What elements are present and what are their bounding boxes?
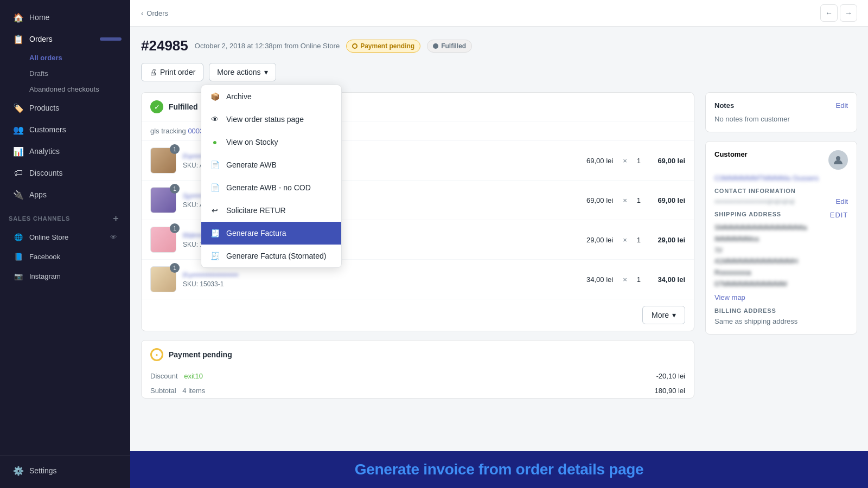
item-2-qty-badge: 1: [170, 184, 180, 194]
item-2-total: 69,00 lei: [647, 196, 685, 204]
sidebar-channel-instagram[interactable]: 📷 Instagram: [4, 267, 126, 285]
sidebar-bottom: ⚙️ Settings: [0, 455, 130, 481]
sidebar-nav-home[interactable]: 🏠 Home: [4, 7, 126, 28]
sidebar-nav-apps[interactable]: 🔌 Apps: [4, 184, 126, 205]
contact-info-label: CONTACT INFORMATION: [714, 188, 848, 194]
customer-name[interactable]: C0MMMMMMTMMMMa Oussers: [714, 174, 848, 182]
payment-pending-badge: Payment pending: [346, 40, 420, 53]
dropdown-generare-factura[interactable]: 🧾 Generare Factura: [201, 222, 341, 245]
sidebar-label-discounts: Discounts: [29, 169, 62, 177]
item-1-multiply: ×: [623, 157, 627, 165]
settings-icon: ⚙️: [13, 465, 24, 476]
customer-header: Customer: [714, 150, 848, 170]
nav-forward-button[interactable]: →: [840, 4, 857, 22]
customer-title: Customer: [714, 150, 748, 158]
payment-card-header: ● Payment pending: [142, 341, 694, 369]
billing-same: Same as shipping address: [714, 317, 848, 325]
nav-arrows: ← →: [820, 4, 857, 22]
shipping-edit-button[interactable]: Edit: [830, 211, 848, 219]
settings-nav-item[interactable]: ⚙️ Settings: [4, 460, 126, 481]
payment-subtotal-row: Subtotal 4 items 180,90 lei: [142, 383, 694, 398]
item-3-price: 29,00 lei: [586, 236, 613, 244]
breadcrumb-arrow: ‹: [141, 9, 143, 17]
sidebar-nav-products[interactable]: 🏷️ Products: [4, 98, 126, 118]
item-1-image-wrap: 1: [150, 147, 176, 174]
addr-line5: Roooooooa: [714, 267, 848, 279]
bottom-banner: Generate invoice from order details page: [130, 451, 868, 488]
action-bar: 🖨 Print order More actions ▾ 📦 Archive 👁…: [141, 63, 857, 81]
sidebar-nav-analytics[interactable]: 📊 Analytics: [4, 141, 126, 162]
dropdown-generate-awb[interactable]: 📄 Generate AWB: [201, 153, 341, 176]
instagram-icon: 📷: [13, 271, 24, 281]
dropdown-view-stocky[interactable]: ● View on Stocky: [201, 131, 341, 153]
top-bar: ‹ Orders ← →: [130, 0, 868, 27]
item-4-total: 34,00 lei: [647, 275, 685, 284]
payment-discount-row: Discount exit10 -20,10 lei: [142, 369, 694, 383]
subtotal-label: Subtotal 4 items: [150, 387, 655, 395]
sidebar-label-home: Home: [29, 13, 49, 22]
sidebar: 🏠 Home 📋 Orders All orders Drafts Abando…: [0, 0, 130, 488]
customer-avatar: [828, 150, 848, 170]
sidebar-sub-drafts[interactable]: Drafts: [4, 66, 126, 81]
nav-back-button[interactable]: ←: [820, 4, 838, 22]
sidebar-channel-online-store[interactable]: 🌐 Online Store 👁: [4, 228, 126, 246]
item-4-price: 34,00 lei: [586, 275, 613, 284]
shipping-label-row: SHIPPING ADDRESS Edit: [714, 211, 848, 219]
dropdown-archive[interactable]: 📦 Archive: [201, 85, 341, 108]
billing-label: BILLING ADDRESS: [714, 307, 848, 314]
item-2-qty: 1: [637, 196, 641, 204]
dropdown-view-status[interactable]: 👁 View order status page: [201, 108, 341, 131]
payment-pending-icon: ●: [150, 348, 163, 361]
sidebar-label-orders: Orders: [29, 35, 53, 43]
more-chevron-icon: ▾: [672, 311, 676, 319]
item-4-name[interactable]: Pu•••••••••••••••••••: [183, 271, 580, 279]
svg-point-0: [836, 156, 840, 160]
customer-email: =============z=z=z=z: [714, 197, 794, 206]
more-button[interactable]: More ▾: [642, 306, 685, 324]
sidebar-nav-orders[interactable]: 📋 Orders: [4, 29, 126, 49]
item-4-multiply: ×: [623, 275, 627, 284]
dropdown-solicitare-retur[interactable]: ↩ Solicitare RETUR: [201, 199, 341, 222]
notes-title-row: Notes Edit: [714, 101, 848, 110]
order-number: #24985: [141, 37, 188, 54]
fulfilled-card-footer: More ▾: [142, 299, 694, 331]
discounts-icon: 🏷: [13, 168, 24, 178]
item-3-qty-badge: 1: [170, 223, 180, 233]
sidebar-sub-abandoned[interactable]: Abandoned checkouts: [4, 82, 126, 97]
sidebar-channel-facebook[interactable]: 📘 Facebook: [4, 247, 126, 266]
item-2-price: 69,00 lei: [586, 196, 613, 204]
contact-edit-button[interactable]: Edit: [836, 197, 848, 206]
retur-icon: ↩: [209, 204, 221, 216]
view-map-link[interactable]: View map: [714, 293, 745, 301]
notes-empty-text: No notes from customer: [714, 115, 848, 123]
online-store-icon: 🌐: [13, 232, 24, 242]
subtotal-value: 180,90 lei: [655, 387, 685, 395]
order-date: October 2, 2018 at 12:38pm from Online S…: [195, 42, 340, 50]
notes-card: Notes Edit No notes from customer: [705, 92, 857, 132]
customer-card: Customer C0MMMMMMTMMMMa Oussers CONTACT …: [705, 141, 857, 335]
item-4-info: Pu••••••••••••••••••• SKU: 15033-1: [183, 271, 580, 288]
page-area: #24985 October 2, 2018 at 12:38pm from O…: [130, 27, 868, 451]
notes-edit-button[interactable]: Edit: [836, 101, 848, 110]
sidebar-nav-customers[interactable]: 👥 Customers: [4, 119, 126, 140]
sidebar-sub-all-orders[interactable]: All orders: [4, 50, 126, 65]
add-sales-channel-button[interactable]: +: [111, 213, 122, 224]
fulfilled-title: Fulfilled: [169, 102, 198, 111]
shipping-address: SMMMMMMMMMMMMMMla IMMMMMMos 7// 41MMMMMM…: [714, 222, 848, 290]
sales-channels-section: SALES CHANNELS +: [0, 206, 130, 227]
item-3-qty: 1: [637, 236, 641, 244]
item-3-multiply: ×: [623, 236, 627, 244]
dropdown-generare-factura-stornated[interactable]: 🧾 Generare Factura (Stornated): [201, 245, 341, 267]
print-order-button[interactable]: 🖨 Print order: [141, 63, 203, 81]
awb-icon: 📄: [209, 159, 221, 171]
more-actions-button[interactable]: More actions ▾: [209, 63, 276, 81]
dropdown-generate-awb-cod[interactable]: 📄 Generate AWB - no COD: [201, 176, 341, 199]
item-1-total: 69,00 lei: [647, 157, 685, 165]
item-4-qty: 1: [637, 275, 641, 284]
breadcrumb[interactable]: ‹ Orders: [141, 9, 168, 17]
item-1-price: 69,00 lei: [586, 157, 613, 165]
order-header: #24985 October 2, 2018 at 12:38pm from O…: [141, 37, 857, 54]
orders-icon: 📋: [13, 34, 24, 44]
sidebar-nav-discounts[interactable]: 🏷 Discounts: [4, 163, 126, 183]
addr-line2: IMMMMMMos: [714, 234, 848, 245]
